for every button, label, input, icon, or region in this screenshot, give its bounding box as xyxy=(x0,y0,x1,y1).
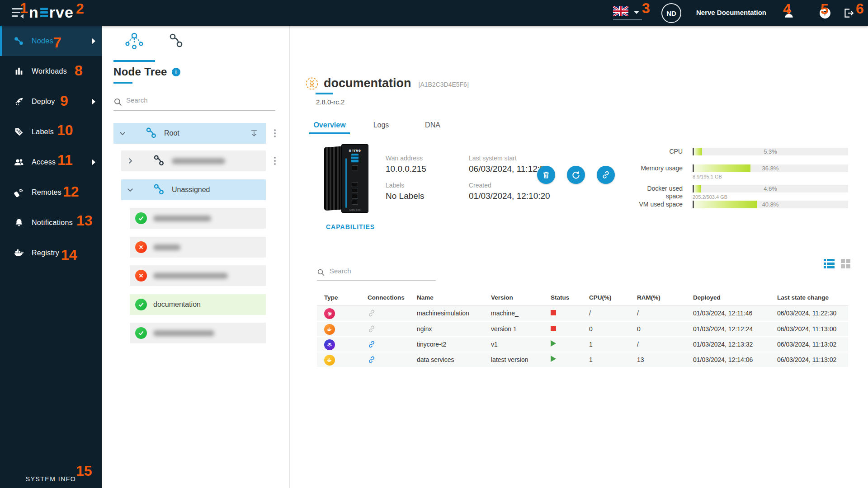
workload-name: nginx xyxy=(410,321,484,337)
tab-logs[interactable]: Logs xyxy=(361,116,401,134)
workload-row[interactable]: data services latest version 1 13 01/03/… xyxy=(317,352,848,367)
reboot-node-button[interactable] xyxy=(567,166,585,184)
workload-ram: / xyxy=(630,337,686,352)
workload-version: machine_ xyxy=(484,306,543,321)
search-icon xyxy=(317,268,325,277)
avatar-initials: ND xyxy=(666,9,676,17)
sidebar-item-registry[interactable]: Registry xyxy=(0,238,102,268)
workload-name: machinesimulation xyxy=(410,306,484,321)
connection-link-icon[interactable] xyxy=(368,325,410,333)
online-status-icon xyxy=(135,299,147,310)
chevron-down-icon[interactable] xyxy=(113,129,132,137)
link-icon xyxy=(601,170,610,179)
group-menu-kebab-icon[interactable] xyxy=(271,154,279,168)
col-name: Name xyxy=(410,291,484,306)
workload-row[interactable]: nginx version 1 0 0 01/03/2024, 12:12:24… xyxy=(317,321,848,337)
connection-link-icon[interactable] xyxy=(368,340,410,348)
delete-node-button[interactable] xyxy=(537,166,555,184)
annotation-marker-4: 4 xyxy=(783,2,791,16)
detail-labels: Labels No Labels xyxy=(386,182,469,209)
remote-connection-button[interactable] xyxy=(597,166,615,184)
workload-last-state-change: 06/03/2024, 11:13:02 xyxy=(770,352,848,367)
top-bar: n rve ND Nerve Documentation xyxy=(0,0,868,26)
sidebar-item-nodes[interactable]: Nodes xyxy=(0,26,102,56)
annotation-marker-13: 13 xyxy=(76,213,93,228)
annotation-marker-6: 6 xyxy=(856,1,864,16)
node-group-icon xyxy=(152,154,165,168)
avatar[interactable]: ND xyxy=(661,3,681,23)
tree-node-blurred[interactable] xyxy=(130,237,266,258)
tree-node-label: Root xyxy=(164,129,179,137)
node-list-view-tab[interactable] xyxy=(155,32,197,62)
col-cpu: CPU(%) xyxy=(582,291,630,306)
workload-version: version 1 xyxy=(484,321,543,337)
chevron-right-icon[interactable] xyxy=(121,157,139,165)
tab-dna[interactable]: DNA xyxy=(412,116,453,134)
grid-view-toggle[interactable] xyxy=(841,259,852,269)
annotation-marker-10: 10 xyxy=(57,123,73,137)
docker-space-detail: 205.2/503.4 GB xyxy=(693,194,727,200)
labels-tag-icon xyxy=(14,127,24,137)
sidebar-item-labels[interactable]: Labels xyxy=(0,117,102,147)
chevron-down-icon[interactable] xyxy=(121,186,139,194)
tree-node-blurred[interactable] xyxy=(130,265,266,286)
info-icon[interactable]: i xyxy=(172,68,180,76)
sidebar-item-access[interactable]: Access xyxy=(0,147,102,177)
workloads-table: Type Connections Name Version Status CPU… xyxy=(317,291,848,368)
workload-search-field xyxy=(317,264,436,281)
uk-flag-icon xyxy=(613,6,628,16)
device-photo: n≡rve MFN 100 xyxy=(324,144,368,213)
sidebar-item-label: Workloads xyxy=(32,67,67,75)
root-menu-kebab-icon[interactable] xyxy=(271,127,279,140)
workload-search-input[interactable] xyxy=(330,267,465,275)
workload-deployed: 01/03/2024, 12:14:06 xyxy=(686,352,770,367)
col-type: Type xyxy=(317,291,360,306)
tree-group-root[interactable]: Root xyxy=(113,123,266,144)
tree-node-documentation[interactable]: documentation xyxy=(130,294,266,315)
workload-last-state-change: 06/03/2024, 11:22:30 xyxy=(770,306,848,321)
annotation-marker-14: 14 xyxy=(61,248,77,262)
workload-version: latest version xyxy=(484,352,543,367)
workload-cpu: 1 xyxy=(582,352,630,367)
workload-version: v1 xyxy=(484,337,543,352)
logout-icon[interactable] xyxy=(842,6,855,20)
tree-group-unassigned[interactable]: Unassigned xyxy=(121,179,266,200)
col-status: Status xyxy=(543,291,582,306)
tree-node-blurred[interactable] xyxy=(130,323,266,343)
workload-row[interactable]: tinycore-t2 v1 1 / 01/03/2024, 12:13:32 … xyxy=(317,337,848,352)
sidebar-item-deploy[interactable]: Deploy xyxy=(0,86,102,117)
logo-text-prefix: n xyxy=(29,4,39,21)
sidebar-item-label: Nodes xyxy=(32,37,53,45)
connection-link-icon[interactable] xyxy=(368,356,410,364)
online-status-icon xyxy=(135,212,147,224)
nodes-icon xyxy=(14,36,24,47)
workload-name: data services xyxy=(410,352,484,367)
tab-overview[interactable]: Overview xyxy=(309,116,350,134)
workload-ram: 0 xyxy=(630,321,686,337)
col-ram: RAM(%) xyxy=(630,291,686,306)
tree-group-blurred[interactable] xyxy=(121,150,266,171)
list-view-toggle[interactable] xyxy=(824,259,835,269)
sidebar-item-label: Access xyxy=(32,158,56,166)
annotation-marker-11: 11 xyxy=(57,153,73,167)
node-tree-view-tab[interactable] xyxy=(113,32,155,62)
connection-link-icon[interactable] xyxy=(368,309,410,317)
node-serial-number: [A1B2C3D4E5F6] xyxy=(419,81,469,88)
sidebar-item-remotes[interactable]: Remotes xyxy=(0,177,102,207)
vm-workload-icon xyxy=(324,339,335,350)
sidebar: Nodes Workloads Deploy xyxy=(0,26,102,488)
language-selector[interactable] xyxy=(613,6,643,20)
sidebar-item-label: Labels xyxy=(32,128,54,136)
blurred-node-name xyxy=(153,244,180,250)
workload-cpu: / xyxy=(582,306,630,321)
capabilities-link[interactable]: CAPABILITIES xyxy=(326,223,375,230)
offline-status-icon xyxy=(135,241,147,253)
sidebar-item-workloads[interactable]: Workloads xyxy=(0,56,102,86)
annotation-marker-7: 7 xyxy=(53,35,61,50)
tree-search-input[interactable] xyxy=(126,96,262,104)
annotation-marker-1: 1 xyxy=(20,1,28,15)
collapse-all-icon[interactable] xyxy=(250,129,259,138)
workload-row[interactable]: machinesimulation machine_ / / 01/03/202… xyxy=(317,306,848,321)
tree-node-blurred[interactable] xyxy=(130,208,266,229)
docker-compose-workload-icon xyxy=(324,355,335,366)
